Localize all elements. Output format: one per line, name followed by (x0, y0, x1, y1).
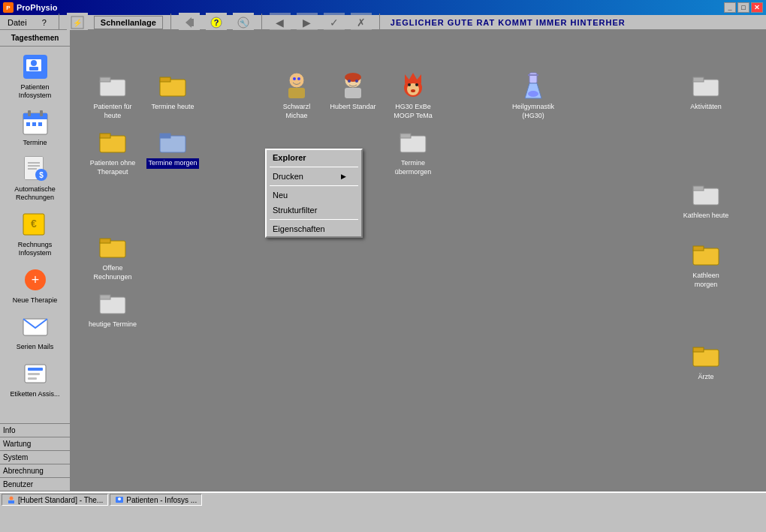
sidebar-item-serien-mails[interactable]: Serien Mails (2, 308, 68, 355)
svg-point-43 (297, 77, 300, 80)
toolbar-help[interactable]: ? (206, 13, 227, 32)
desktop-icon-hg30-exbe-mogp-tema[interactable]: HG30 ExBe MOGP TeMa (383, 68, 443, 124)
svg-point-55 (408, 83, 411, 86)
toolbar-marquee: JEGLICHER GUTE RAT KOMMT IMMER HINTERHER (388, 18, 626, 27)
svg-rect-18 (26, 122, 30, 126)
context-menu-sep2 (270, 185, 358, 186)
context-menu-eigenschaften[interactable]: Eigenschaften (267, 221, 361, 236)
icon-img-hg30-exbe-mogp-tema (398, 71, 428, 101)
toolbar-nav-back[interactable] (179, 13, 200, 32)
desktop-icon-aktivitaeten[interactable]: Aktivitäten (676, 68, 736, 116)
sidebar-item-automatische-rechnungen[interactable]: $ Automatische Rechnungen (2, 150, 68, 206)
benutzer-button[interactable]: Benutzer (0, 478, 70, 491)
svg-rect-75 (693, 186, 704, 191)
desktop-icon-patienten-ohne-therapeut[interactable]: Patienten ohne Therapeut (83, 124, 143, 180)
svg-rect-36 (28, 377, 37, 380)
sidebar-item-rechnungs-infosystem[interactable]: € Rechnungs Infosystem (2, 206, 68, 261)
content-area: Explorer Drucken ▶ Neu Strukturfilter Ei… (71, 30, 766, 491)
taskbar-patienten-infosys[interactable]: Patienten - Infosys ... (110, 494, 202, 506)
app-icon: P (3, 2, 14, 13)
svg-text:+: + (31, 272, 39, 287)
icon-label-patienten-ohne-therapeut: Patienten ohne Therapeut (86, 158, 140, 177)
svg-text:P: P (6, 5, 11, 11)
svg-rect-17 (40, 110, 43, 116)
sidebar-item-patienten-infosystem[interactable]: Patienten Infosystem (2, 48, 68, 104)
toolbar-arrow-right[interactable]: ▶ (297, 13, 318, 32)
drucken-arrow: ▶ (341, 173, 346, 180)
toolbar-tools[interactable]: 🔧 (233, 13, 254, 32)
title-bar: P ProPhysio _ □ ✕ (0, 0, 766, 15)
close-button[interactable]: ✕ (751, 2, 763, 13)
svg-rect-69 (400, 134, 411, 138)
menu-datei[interactable]: Datei (3, 17, 32, 29)
icon-label-termine-uebermorgen: Termine übermorgen (386, 158, 440, 177)
icon-img-patienten-ohne-therapeut (98, 127, 128, 157)
sidebar-item-neue-therapie[interactable]: + Neue Therapie (2, 261, 68, 308)
system-button[interactable]: System (0, 451, 70, 464)
toolbar-schnellanlage[interactable]: Schnellanlage (94, 16, 163, 29)
icon-label-termine-morgen: Termine morgen (146, 158, 198, 169)
maximize-button[interactable]: □ (737, 2, 749, 13)
info-button[interactable]: Info (0, 424, 70, 437)
abrechnung-button[interactable]: Abrechnung (0, 464, 70, 478)
desktop-icon-termine-uebermorgen[interactable]: Termine übermorgen (383, 124, 443, 180)
menu-help[interactable]: ? (38, 17, 51, 29)
icon-label-aktivitaeten: Aktivitäten (689, 102, 723, 113)
sidebar-item-rechnungs-infosystem-label: Rechnungs Infosystem (4, 241, 66, 257)
svg-rect-71 (100, 239, 110, 243)
svg-point-46 (345, 73, 361, 82)
svg-rect-35 (28, 373, 40, 375)
context-menu-drucken[interactable]: Drucken ▶ (267, 169, 361, 184)
toolbar-check[interactable]: ✓ (324, 13, 345, 32)
icon-img-heutige-termine (98, 288, 128, 318)
toolbar-icon1[interactable]: ⚡ (67, 13, 88, 32)
svg-rect-20 (38, 122, 42, 126)
context-menu-sep1 (270, 167, 358, 167)
context-menu-sep3 (270, 219, 358, 220)
sidebar-item-etiketten-assis[interactable]: Etiketten Assis... (2, 355, 68, 402)
toolbar-x[interactable]: ✗ (351, 13, 372, 32)
taskbar-hubert-standard[interactable]: [Hubert Standard] - The... (2, 494, 108, 506)
context-menu-strukturfilter[interactable]: Strukturfilter (267, 203, 361, 218)
desktop-icon-heilgymnastik[interactable]: Heilgymnastik (HG30) (503, 68, 563, 124)
svg-point-47 (348, 80, 351, 83)
desktop-icon-hubert-standard[interactable]: Hubert Standar (323, 68, 383, 116)
toolbar-arrow-left[interactable]: ◀ (270, 13, 291, 32)
svg-rect-19 (32, 122, 36, 126)
icon-img-kathleen-heute (691, 179, 721, 209)
svg-point-80 (10, 497, 14, 500)
desktop-icon-termine-heute[interactable]: Termine heute (143, 68, 203, 116)
context-menu-neu[interactable]: Neu (267, 188, 361, 203)
svg-rect-67 (160, 134, 170, 138)
sidebar-bottom: Info Wartung System Abrechnung Benutzer (0, 423, 70, 491)
context-menu-explorer[interactable]: Explorer (267, 150, 361, 165)
context-menu: Explorer Drucken ▶ Neu Strukturfilter Ei… (265, 149, 363, 238)
desktop-icon-termine-morgen[interactable]: Termine morgen (143, 124, 203, 172)
automatische-rechnungen-icon: $ (20, 154, 50, 184)
svg-text:🔧: 🔧 (239, 19, 248, 28)
neue-therapie-icon: + (20, 265, 50, 295)
svg-text:⚡: ⚡ (73, 18, 83, 28)
svg-rect-49 (345, 88, 361, 98)
svg-point-60 (528, 91, 538, 97)
sidebar-item-termine[interactable]: Termine (2, 104, 68, 151)
minimize-button[interactable]: _ (724, 2, 736, 13)
desktop-icon-schwarzl-michael[interactable]: Schwarzl Michae (267, 68, 327, 124)
wartung-button[interactable]: Wartung (0, 437, 70, 451)
desktop-icon-offene-rechnungen[interactable]: Offene Rechnungen (83, 229, 143, 285)
desktop-icon-aerzte[interactable]: Ärzte (676, 338, 736, 386)
desktop-icon-patienten-fuer-heute[interactable]: Patienten für heute (83, 68, 143, 124)
icon-img-kathleen-morgen (691, 239, 721, 269)
svg-point-56 (415, 83, 418, 86)
svg-point-42 (293, 77, 296, 80)
sidebar-item-patienten-infosystem-label: Patienten Infosystem (4, 83, 66, 100)
svg-point-12 (31, 60, 37, 66)
icon-label-patienten-fuer-heute: Patienten für heute (86, 102, 140, 121)
icon-img-termine-uebermorgen (398, 127, 428, 157)
desktop-icon-kathleen-morgen[interactable]: Kathleen morgen (676, 236, 736, 293)
desktop-icon-heutige-termine[interactable]: heutige Termine (83, 285, 143, 333)
svg-rect-38 (100, 77, 110, 82)
taskbar-icon1 (7, 495, 16, 504)
svg-rect-5 (191, 19, 194, 26)
desktop-icon-kathleen-heute[interactable]: Kathleen heute (676, 176, 736, 224)
